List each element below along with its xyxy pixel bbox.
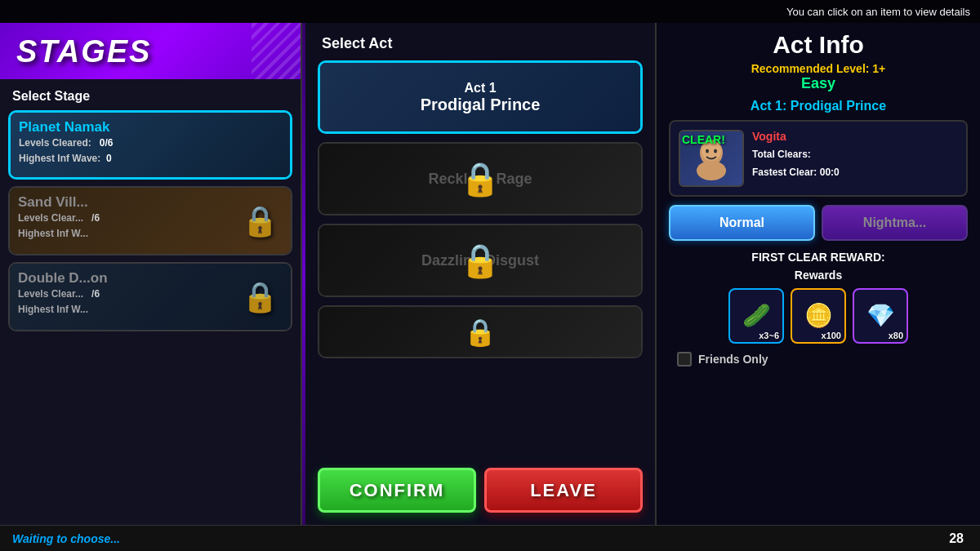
lock-icon-act-2: 🔒: [460, 160, 501, 198]
act-content-1: Act 1 Prodigal Prince: [320, 63, 640, 131]
total-clears-label: Total Clears:: [752, 149, 811, 160]
first-clear-label: FIRST CLEAR REWARD:: [669, 251, 968, 264]
crystal-icon: 💎: [866, 304, 895, 327]
act-info-title: Act Info: [669, 31, 968, 59]
stage-stat-wave: Highest Inf Wave: 0: [19, 151, 282, 167]
stat-total-clears: Total Clears:: [752, 146, 958, 164]
coin-count: x100: [822, 331, 841, 340]
stage-item-planet-namak[interactable]: Planet Namak Levels Cleared: 0/6 Highest…: [8, 110, 292, 180]
stages-header: STAGES: [0, 23, 301, 79]
stage-item-double-dragon[interactable]: Double D...on Levels Clear... /6 Highest…: [8, 262, 292, 331]
hint-text: You can click on an item to view details: [786, 6, 970, 18]
select-stage-label: Select Stage: [0, 79, 301, 110]
reward-item-crystal[interactable]: 💎 x80: [853, 288, 908, 344]
friends-only-label: Friends Only: [698, 353, 768, 366]
page-number: 28: [949, 531, 964, 546]
act-preview-box: CLEAR! Vogita Tot: [669, 120, 968, 197]
main-container: STAGES Select Stage Planet Namak Levels …: [0, 23, 980, 525]
lock-icon-sand: 🔒: [242, 204, 278, 238]
act-info-panel: Act Info Recommended Level: 1+ Easy Act …: [657, 23, 980, 525]
acts-panel: Select Act Act 1 Prodigal Prince Reckles…: [305, 23, 657, 525]
top-bar: You can click on an item to view details: [0, 0, 980, 23]
reward-item-coin[interactable]: 🪙 x100: [791, 288, 846, 344]
stages-panel: STAGES Select Stage Planet Namak Levels …: [0, 23, 302, 525]
act-number-1: Act 1: [464, 81, 496, 96]
act-name-info: Act 1: Prodigal Prince: [669, 99, 968, 113]
recommended-level: Recommended Level: 1+: [669, 62, 968, 75]
nightmare-difficulty-button[interactable]: Nightma...: [822, 205, 968, 241]
waiting-text: Waiting to choose...: [12, 532, 120, 545]
svg-point-1: [697, 161, 726, 180]
select-act-label: Select Act: [305, 23, 655, 60]
stage-list: Planet Namak Levels Cleared: 0/6 Highest…: [0, 110, 301, 331]
crystal-count: x80: [889, 331, 903, 340]
act-list: Act 1 Prodigal Prince Reckless Rage 🔒 Da…: [305, 60, 655, 358]
act-item-2[interactable]: Reckless Rage 🔒: [318, 142, 643, 216]
act-item-1[interactable]: Act 1 Prodigal Prince: [318, 60, 643, 134]
first-clear-text: FIRST CLEAR REWARD:: [751, 251, 884, 264]
stages-title: STAGES: [16, 34, 284, 69]
difficulty-label: Easy: [669, 75, 968, 92]
svg-point-4: [714, 149, 717, 153]
player-name: Vogita: [752, 130, 958, 143]
lock-icon-act-3: 🔒: [460, 242, 501, 280]
act-item-4[interactable]: 🔒: [318, 305, 643, 358]
friends-row: Friends Only: [669, 352, 968, 367]
difficulty-buttons: Normal Nightma...: [669, 205, 968, 241]
normal-difficulty-button[interactable]: Normal: [669, 205, 815, 241]
act-name-1: Prodigal Prince: [421, 96, 541, 114]
lock-icon-act-4: 🔒: [464, 317, 497, 348]
bottom-bar: Waiting to choose... 28: [0, 525, 980, 551]
leave-button[interactable]: LEAVE: [484, 468, 643, 513]
svg-point-3: [706, 149, 709, 153]
fastest-clear-label: Fastest Clear:: [752, 167, 817, 178]
vegetable-icon: 🥒: [742, 304, 771, 327]
stage-item-sand-vill[interactable]: Sand Vill... Levels Clear... /6 Highest …: [8, 186, 292, 256]
stat-fastest-clear: Fastest Clear: 00:0: [752, 164, 958, 182]
action-buttons: CONFIRM LEAVE: [318, 468, 643, 513]
rewards-title: Rewards: [669, 269, 968, 282]
act-thumbnail: CLEAR!: [679, 130, 744, 187]
vegetable-count: x3~6: [759, 331, 779, 340]
stage-stat-levels: Levels Cleared: 0/6: [19, 136, 282, 151]
rewards-row: 🥒 x3~6 🪙 x100 💎 x80: [669, 288, 968, 344]
lock-icon-double: 🔒: [242, 280, 278, 314]
friends-only-checkbox[interactable]: [677, 352, 692, 367]
clear-badge: CLEAR!: [682, 133, 725, 146]
reward-item-vegetable[interactable]: 🥒 x3~6: [728, 288, 784, 344]
fastest-clear-value: 00:0: [820, 167, 840, 178]
stage-name: Planet Namak: [19, 119, 282, 136]
stage-content: Planet Namak Levels Cleared: 0/6 Highest…: [11, 113, 290, 173]
coin-icon: 🪙: [804, 304, 833, 327]
act-stats: Vogita Total Clears: Fastest Clear: 00:0: [752, 130, 958, 187]
confirm-button[interactable]: CONFIRM: [318, 468, 476, 513]
act-item-3[interactable]: Dazzling Disgust 🔒: [318, 224, 643, 297]
